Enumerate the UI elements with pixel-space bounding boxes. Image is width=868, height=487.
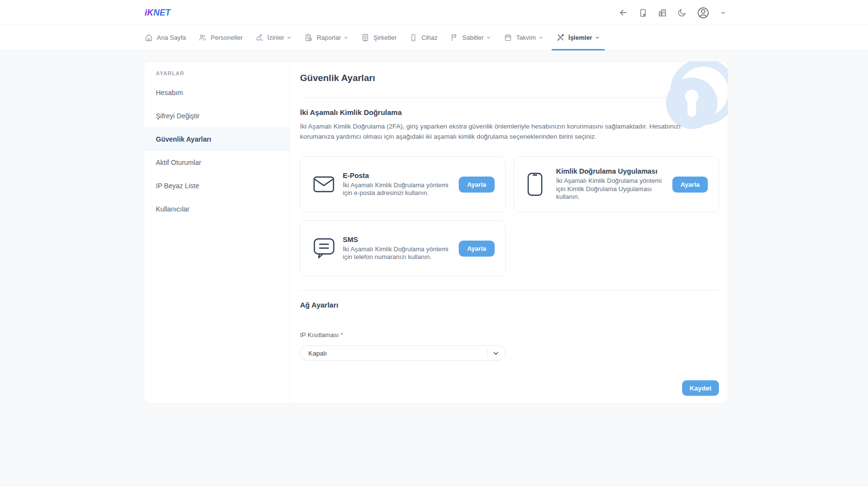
calendar-icon [504,33,512,42]
nav-item-takvim[interactable]: Takvim [504,25,543,50]
card-body: SMS İki Aşamalı Kimlik Doğrulama yöntemi… [343,236,449,261]
sidebar-item-kullanicilar[interactable]: Kullanıcılar [144,197,289,221]
nav-label: İzinler [267,34,284,41]
card-description: İki Aşamalı Kimlik Doğrulama yöntemi içi… [556,177,662,201]
nav-item-cihaz[interactable]: Cihaz [409,25,437,50]
sidebar-item-guvenlik-ayarlari[interactable]: Güvenlik Ayarları [144,128,289,151]
security-settings-main: Güvenlik Ayarları İki Aşamalı Kimlik Doğ… [290,62,728,403]
home-icon [145,33,153,42]
card-description: İki Aşamalı Kimlik Doğrulama yöntemi içi… [343,245,449,261]
card-title: E-Posta [343,172,449,179]
building-icon [361,33,369,42]
network-heading: Ağ Ayarları [300,300,719,310]
sidebar-item-sifreyi-degistir[interactable]: Şifreyi Değiştir [144,104,289,128]
nav-label: Şirketler [373,34,397,41]
flag-icon [450,33,458,42]
nav-item-sirketler[interactable]: Şirketler [361,25,397,50]
page-title: Güvenlik Ayarları [300,72,719,84]
user-menu-button[interactable] [697,6,710,19]
eposta-ayarla-button[interactable]: Ayarla [459,177,494,193]
ip-restriction-label: IP Kısıtlaması * [300,331,719,339]
chevron-down-icon [595,35,600,40]
required-asterisk: * [341,331,343,339]
people-icon [199,33,207,42]
twofa-options: E-Posta İki Aşamalı Kimlik Doğrulama yön… [300,156,719,276]
section-divider [300,97,719,98]
chevron-down-icon [720,10,726,16]
nav-item-personeller[interactable]: Personeller [199,25,243,50]
settings-sidebar: AYARLAR Hesabım Şifreyi Değiştir Güvenli… [144,62,290,403]
nav-label: Takvim [516,34,535,41]
device-icon [409,33,417,42]
nav-label: Personeller [211,34,243,41]
back-icon [618,8,628,17]
logo-text-ik: iK [145,8,153,18]
nav-label: İşlemler [568,34,592,41]
sidebar-item-hesabim[interactable]: Hesabım [144,81,289,104]
card-title: SMS [343,236,449,244]
moon-icon [677,8,686,17]
nav-item-islemler[interactable]: İşlemler [556,25,600,50]
user-avatar-icon [697,6,710,19]
chevron-down-icon [343,35,349,40]
section-divider [300,290,719,291]
twofa-card-eposta: E-Posta İki Aşamalı Kimlik Doğrulama yön… [300,156,506,212]
card-description: İki Aşamalı Kimlik Doğrulama yöntemi içi… [343,181,449,197]
ip-restriction-label-text: IP Kısıtlaması [300,331,339,339]
settings-panel: AYARLAR Hesabım Şifreyi Değiştir Güvenli… [144,61,728,404]
buildings-icon [658,8,667,17]
page: iKNET Ana Sayfa [0,0,868,487]
card-body: Kimlik Doğrulama Uygulaması İki Aşamalı … [556,167,662,201]
main-nav: Ana Sayfa Personeller İzinler Raporlar Ş… [0,25,868,50]
twofa-card-sms: SMS İki Aşamalı Kimlik Doğrulama yöntemi… [300,220,506,276]
nav-label: Sabitler [462,34,484,41]
nav-item-raporlar[interactable]: Raporlar [304,25,349,50]
nav-item-izinler[interactable]: İzinler [255,25,292,50]
twofa-description: İki Aşamalı Kimlik Doğrulama (2FA), giri… [300,121,697,142]
report-icon [304,33,313,42]
nav-label: Cihaz [421,34,437,41]
ip-restriction-select[interactable]: Kapalı [300,345,506,361]
chevron-down-icon [286,35,292,40]
header-actions [618,0,726,25]
device-download-button[interactable] [638,8,648,17]
nav-item-sabitler[interactable]: Sabitler [450,25,491,50]
uygulama-ayarla-button[interactable]: Ayarla [672,177,708,193]
sidebar-item-ip-beyaz-liste[interactable]: IP Beyaz Liste [144,174,289,197]
nav-label: Ana Sayfa [157,34,186,41]
chevron-down-icon [492,350,500,357]
sidebar-section-label: AYARLAR [144,70,289,78]
sidebar-item-aktif-oturumlar[interactable]: Aktif Oturumlar [144,151,289,174]
ip-restriction-value: Kapalı [308,350,327,357]
sms-ayarla-button[interactable]: Ayarla [459,241,494,257]
card-body: E-Posta İki Aşamalı Kimlik Doğrulama yön… [343,172,449,197]
sms-bubble-icon [313,238,335,259]
user-menu-chevron-button[interactable] [720,10,726,16]
vacation-icon [255,33,264,42]
back-button[interactable] [618,8,628,17]
smartphone-icon [527,172,549,196]
top-header: iKNET [0,0,868,25]
app-logo[interactable]: iKNET [145,0,171,25]
card-title: Kimlik Doğrulama Uygulaması [556,167,662,175]
twofa-card-uygulama: Kimlik Doğrulama Uygulaması İki Aşamalı … [514,156,719,212]
nav-item-ana-sayfa[interactable]: Ana Sayfa [145,25,186,50]
chevron-down-icon [486,35,491,40]
twofa-heading: İki Aşamalı Kimlik Doğrulama [300,108,719,117]
envelope-icon [313,176,335,193]
save-button[interactable]: Kaydet [682,380,719,396]
nav-label: Raporlar [317,34,341,41]
select-divider [487,349,488,357]
device-download-icon [638,8,648,17]
chevron-down-icon [538,35,544,40]
company-switch-button[interactable] [658,8,667,17]
dark-mode-button[interactable] [677,8,686,17]
tools-icon [556,33,565,42]
logo-text-net: NET [153,8,171,18]
